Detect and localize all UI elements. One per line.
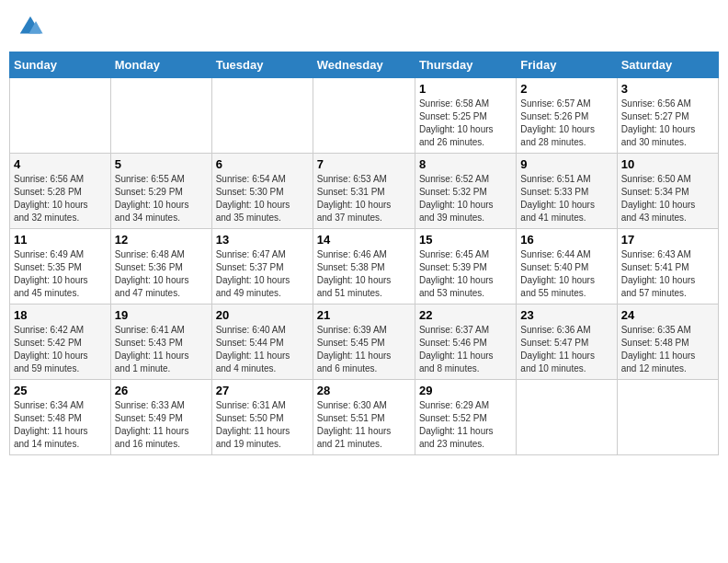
day-number: 7 bbox=[317, 157, 411, 171]
day-info: Sunrise: 6:58 AM Sunset: 5:25 PM Dayligh… bbox=[419, 98, 512, 149]
day-number: 12 bbox=[115, 233, 208, 247]
calendar-cell: 25Sunrise: 6:34 AM Sunset: 5:48 PM Dayli… bbox=[10, 380, 111, 455]
calendar-cell: 2Sunrise: 6:57 AM Sunset: 5:26 PM Daylig… bbox=[517, 78, 617, 154]
calendar-cell bbox=[517, 380, 617, 455]
calendar-cell: 20Sunrise: 6:40 AM Sunset: 5:44 PM Dayli… bbox=[211, 304, 313, 380]
day-number: 5 bbox=[115, 157, 208, 171]
calendar-week-row: 1Sunrise: 6:58 AM Sunset: 5:25 PM Daylig… bbox=[10, 78, 719, 154]
day-number: 6 bbox=[216, 157, 309, 171]
calendar-cell: 17Sunrise: 6:43 AM Sunset: 5:41 PM Dayli… bbox=[617, 229, 718, 304]
calendar-cell bbox=[211, 78, 313, 154]
day-info: Sunrise: 6:33 AM Sunset: 5:49 PM Dayligh… bbox=[115, 399, 208, 451]
day-number: 21 bbox=[317, 308, 411, 322]
weekday-header-sunday: Sunday bbox=[10, 52, 111, 78]
day-info: Sunrise: 6:50 AM Sunset: 5:34 PM Dayligh… bbox=[621, 173, 714, 224]
day-info: Sunrise: 6:53 AM Sunset: 5:31 PM Dayligh… bbox=[317, 173, 411, 224]
day-info: Sunrise: 6:56 AM Sunset: 5:27 PM Dayligh… bbox=[621, 98, 714, 149]
calendar-cell: 10Sunrise: 6:50 AM Sunset: 5:34 PM Dayli… bbox=[617, 154, 718, 229]
calendar-cell: 29Sunrise: 6:29 AM Sunset: 5:52 PM Dayli… bbox=[415, 380, 516, 455]
calendar-cell: 28Sunrise: 6:30 AM Sunset: 5:51 PM Dayli… bbox=[313, 380, 415, 455]
calendar-cell: 27Sunrise: 6:31 AM Sunset: 5:50 PM Dayli… bbox=[211, 380, 313, 455]
day-number: 2 bbox=[520, 82, 612, 96]
day-info: Sunrise: 6:43 AM Sunset: 5:41 PM Dayligh… bbox=[621, 248, 714, 300]
page-header bbox=[9, 9, 719, 44]
calendar-cell: 4Sunrise: 6:56 AM Sunset: 5:28 PM Daylig… bbox=[10, 154, 111, 229]
day-number: 1 bbox=[419, 82, 512, 96]
day-number: 28 bbox=[317, 384, 411, 397]
calendar-cell: 1Sunrise: 6:58 AM Sunset: 5:25 PM Daylig… bbox=[415, 78, 516, 154]
day-info: Sunrise: 6:41 AM Sunset: 5:43 PM Dayligh… bbox=[115, 324, 208, 375]
day-info: Sunrise: 6:57 AM Sunset: 5:26 PM Dayligh… bbox=[520, 98, 612, 149]
day-info: Sunrise: 6:45 AM Sunset: 5:39 PM Dayligh… bbox=[419, 248, 512, 300]
calendar-cell: 15Sunrise: 6:45 AM Sunset: 5:39 PM Dayli… bbox=[415, 229, 516, 304]
day-number: 13 bbox=[216, 233, 309, 247]
logo bbox=[17, 13, 48, 40]
calendar-cell: 16Sunrise: 6:44 AM Sunset: 5:40 PM Dayli… bbox=[517, 229, 617, 304]
day-info: Sunrise: 6:46 AM Sunset: 5:38 PM Dayligh… bbox=[317, 248, 411, 300]
calendar-cell: 3Sunrise: 6:56 AM Sunset: 5:27 PM Daylig… bbox=[617, 78, 718, 154]
day-info: Sunrise: 6:47 AM Sunset: 5:37 PM Dayligh… bbox=[216, 248, 309, 300]
calendar-cell: 7Sunrise: 6:53 AM Sunset: 5:31 PM Daylig… bbox=[313, 154, 415, 229]
day-info: Sunrise: 6:42 AM Sunset: 5:42 PM Dayligh… bbox=[14, 324, 107, 375]
day-info: Sunrise: 6:54 AM Sunset: 5:30 PM Dayligh… bbox=[216, 173, 309, 224]
calendar-body: 1Sunrise: 6:58 AM Sunset: 5:25 PM Daylig… bbox=[10, 78, 719, 455]
day-number: 24 bbox=[621, 308, 714, 322]
weekday-header-friday: Friday bbox=[517, 52, 617, 78]
calendar-cell: 26Sunrise: 6:33 AM Sunset: 5:49 PM Dayli… bbox=[110, 380, 211, 455]
calendar-cell: 6Sunrise: 6:54 AM Sunset: 5:30 PM Daylig… bbox=[211, 154, 313, 229]
day-number: 22 bbox=[419, 308, 512, 322]
day-info: Sunrise: 6:30 AM Sunset: 5:51 PM Dayligh… bbox=[317, 399, 411, 451]
day-info: Sunrise: 6:49 AM Sunset: 5:35 PM Dayligh… bbox=[14, 248, 107, 300]
calendar-cell bbox=[313, 78, 415, 154]
calendar-cell: 24Sunrise: 6:35 AM Sunset: 5:48 PM Dayli… bbox=[617, 304, 718, 380]
day-info: Sunrise: 6:29 AM Sunset: 5:52 PM Dayligh… bbox=[419, 399, 512, 451]
calendar-cell: 8Sunrise: 6:52 AM Sunset: 5:32 PM Daylig… bbox=[415, 154, 516, 229]
calendar-week-row: 4Sunrise: 6:56 AM Sunset: 5:28 PM Daylig… bbox=[10, 154, 719, 229]
calendar-cell bbox=[617, 380, 718, 455]
day-info: Sunrise: 6:56 AM Sunset: 5:28 PM Dayligh… bbox=[14, 173, 107, 224]
calendar-week-row: 25Sunrise: 6:34 AM Sunset: 5:48 PM Dayli… bbox=[10, 380, 719, 455]
day-info: Sunrise: 6:48 AM Sunset: 5:36 PM Dayligh… bbox=[115, 248, 208, 300]
calendar-table: SundayMondayTuesdayWednesdayThursdayFrid… bbox=[9, 52, 719, 455]
day-number: 26 bbox=[115, 384, 208, 397]
day-number: 23 bbox=[520, 308, 612, 322]
calendar-cell: 13Sunrise: 6:47 AM Sunset: 5:37 PM Dayli… bbox=[211, 229, 313, 304]
calendar-cell: 11Sunrise: 6:49 AM Sunset: 5:35 PM Dayli… bbox=[10, 229, 111, 304]
weekday-header-thursday: Thursday bbox=[415, 52, 516, 78]
weekday-header-wednesday: Wednesday bbox=[313, 52, 415, 78]
day-info: Sunrise: 6:31 AM Sunset: 5:50 PM Dayligh… bbox=[216, 399, 309, 451]
calendar-cell: 21Sunrise: 6:39 AM Sunset: 5:45 PM Dayli… bbox=[313, 304, 415, 380]
day-info: Sunrise: 6:35 AM Sunset: 5:48 PM Dayligh… bbox=[621, 324, 714, 375]
day-number: 9 bbox=[520, 157, 612, 171]
day-number: 8 bbox=[419, 157, 512, 171]
weekday-header-row: SundayMondayTuesdayWednesdayThursdayFrid… bbox=[10, 52, 719, 78]
day-info: Sunrise: 6:39 AM Sunset: 5:45 PM Dayligh… bbox=[317, 324, 411, 375]
day-number: 11 bbox=[14, 233, 107, 247]
day-number: 25 bbox=[14, 384, 107, 397]
calendar-cell: 9Sunrise: 6:51 AM Sunset: 5:33 PM Daylig… bbox=[517, 154, 617, 229]
calendar-cell: 12Sunrise: 6:48 AM Sunset: 5:36 PM Dayli… bbox=[110, 229, 211, 304]
day-number: 27 bbox=[216, 384, 309, 397]
calendar-week-row: 11Sunrise: 6:49 AM Sunset: 5:35 PM Dayli… bbox=[10, 229, 719, 304]
calendar-cell: 18Sunrise: 6:42 AM Sunset: 5:42 PM Dayli… bbox=[10, 304, 111, 380]
day-number: 16 bbox=[520, 233, 612, 247]
day-number: 20 bbox=[216, 308, 309, 322]
day-number: 29 bbox=[419, 384, 512, 397]
day-number: 18 bbox=[14, 308, 107, 322]
calendar-cell: 5Sunrise: 6:55 AM Sunset: 5:29 PM Daylig… bbox=[110, 154, 211, 229]
calendar-header: SundayMondayTuesdayWednesdayThursdayFrid… bbox=[10, 52, 719, 78]
day-number: 4 bbox=[14, 157, 107, 171]
weekday-header-monday: Monday bbox=[110, 52, 211, 78]
calendar-week-row: 18Sunrise: 6:42 AM Sunset: 5:42 PM Dayli… bbox=[10, 304, 719, 380]
calendar-cell bbox=[10, 78, 111, 154]
day-info: Sunrise: 6:40 AM Sunset: 5:44 PM Dayligh… bbox=[216, 324, 309, 375]
calendar-cell bbox=[110, 78, 211, 154]
weekday-header-tuesday: Tuesday bbox=[211, 52, 313, 78]
logo-icon bbox=[17, 13, 44, 40]
day-number: 19 bbox=[115, 308, 208, 322]
day-info: Sunrise: 6:52 AM Sunset: 5:32 PM Dayligh… bbox=[419, 173, 512, 224]
day-number: 15 bbox=[419, 233, 512, 247]
day-info: Sunrise: 6:37 AM Sunset: 5:46 PM Dayligh… bbox=[419, 324, 512, 375]
day-info: Sunrise: 6:44 AM Sunset: 5:40 PM Dayligh… bbox=[520, 248, 612, 300]
calendar-cell: 23Sunrise: 6:36 AM Sunset: 5:47 PM Dayli… bbox=[517, 304, 617, 380]
